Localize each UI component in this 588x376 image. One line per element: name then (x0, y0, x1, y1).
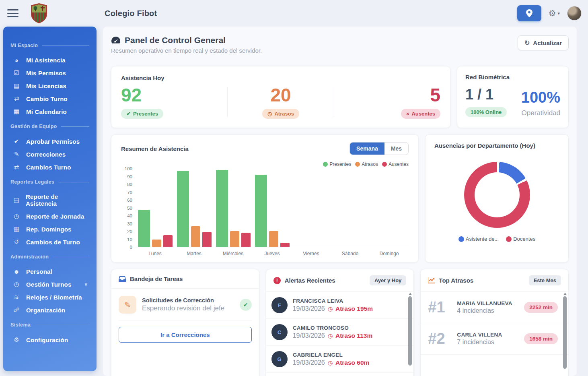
sitemap-icon: ☍ (12, 306, 21, 314)
check-circle-icon: ✔ (240, 299, 252, 311)
y-tick-label: 100 (125, 166, 132, 171)
sidebar-item-cambio-turno[interactable]: ⇄ Cambio Turno (10, 92, 89, 105)
delay-rank-item[interactable]: #2 CARLA VILLENA 7 incidencias 1658 min (421, 323, 568, 355)
file-report-icon: ▤ (12, 196, 21, 204)
scrollbar-thumb[interactable] (563, 296, 567, 369)
page-title: Panel de Control General (125, 35, 226, 45)
alert-list-item[interactable]: C CAMILO TRONCOSO 19/03/2026 ◷ Atraso 11… (266, 319, 414, 346)
absences-by-department-card: Ausencias por Departamento (Hoy) Asisten… (425, 134, 569, 262)
edit-square-icon: ✎ (12, 151, 21, 158)
sidebar-item-label: Correcciones (26, 151, 66, 158)
attendance-summary-chart-card: Resumen de Asistencia SemanaMes Presente… (111, 134, 419, 262)
avatar: G (271, 351, 288, 367)
attendance-today-card: Asistencia Hoy 92 ✔Presentes 20 ◷Atrasos… (111, 66, 450, 128)
rank-person-name: MARIA VILLANUEVA (457, 300, 518, 306)
user-avatar[interactable] (567, 6, 582, 21)
bar-ausentes-jueves (280, 243, 290, 247)
delay-minutes-badge: 2252 min (524, 302, 558, 313)
devices-online-ratio: 1 / 1 (465, 86, 507, 103)
settings-menu[interactable]: ⚙ ▾ (549, 8, 560, 18)
sidebar-section-label: Gestión de Equipo (10, 124, 57, 129)
x-tick-label: Domingo (370, 251, 409, 256)
legend-item: Presentes (323, 161, 351, 167)
sidebar-item-gesti-n-turnos[interactable]: ◷ Gestión Turnos ∨ (10, 278, 89, 291)
sidebar-section: Reportes Legales ▤ Reporte de Asistencia… (10, 179, 89, 248)
bar-group-viernes (292, 169, 331, 247)
map-pin-icon (526, 9, 532, 17)
sidebar-item-label: Mis Permisos (26, 70, 66, 76)
top-delays-scrollbar[interactable] (563, 292, 567, 376)
bar-ausentes-miércoles (241, 233, 251, 247)
attendance-metric: 5 ×Ausentes (334, 85, 440, 119)
sidebar-item-relojes-biometr-a[interactable]: ≋ Relojes / Biometría (10, 291, 89, 304)
sidebar-section-heading: Reportes Legales (10, 179, 89, 185)
operativity-label: Operatividad (522, 109, 560, 117)
y-tick-label: 40 (127, 213, 132, 218)
sidebar-item-mi-calendario[interactable]: ▦ Mi Calendario (10, 105, 89, 118)
attendance-metric: 20 ◷Atrasos (228, 85, 334, 119)
sidebar-item-label: Aprobar Permisos (26, 138, 80, 145)
y-tick-label: 50 (127, 206, 132, 211)
sidebar-item-reporte-de-jornada[interactable]: ◷ Reporte de Jornada (10, 210, 89, 223)
sidebar-item-cambios-de-turno[interactable]: ↺ Cambios de Turno (10, 236, 89, 248)
donut-legend: Asistente de...Docentes (458, 236, 535, 242)
sidebar-item-configuraci-n[interactable]: ⚙ Configuración (10, 333, 89, 346)
scrollbar-thumb[interactable] (408, 296, 412, 366)
sidebar-item-correcciones[interactable]: ✎ Correcciones (10, 148, 89, 161)
edit-square-icon: ✎ (119, 296, 136, 314)
sidebar-item-mis-licencias[interactable]: ▤ Mis Licencias (10, 79, 89, 92)
clock-icon: ◷ (12, 213, 21, 220)
donut-legend-item: Asistente de... (458, 236, 499, 242)
scroll-up-icon[interactable] (409, 293, 412, 295)
calendar-check-icon: ☑ (12, 69, 21, 76)
x-tick-label: Sábado (331, 251, 370, 256)
rank-incidents: 7 incidencias (457, 339, 518, 346)
alerts-scrollbar[interactable] (408, 292, 412, 376)
sidebar-item-label: Organización (26, 307, 65, 314)
sidebar-section-heading: Mi Espacio (10, 43, 89, 48)
sidebar-item-organizaci-n[interactable]: ☍ Organización (10, 304, 89, 316)
sidebar-item-label: Mi Calendario (26, 108, 67, 115)
y-tick-label: 30 (127, 221, 132, 226)
delay-rank-item[interactable]: #1 MARIA VILLANUEVA 4 incidencias 2252 m… (421, 292, 568, 323)
x-tick-label: Martes (175, 251, 214, 256)
alert-list-item[interactable]: F FRANCISCA LEIVA 19/03/2026 ◷ Atraso 19… (266, 292, 414, 319)
alert-person-name: GABRIELA ENGEL (293, 352, 370, 358)
sidebar-item-cambios-turno[interactable]: ⇄ Cambios Turno (10, 161, 89, 174)
sidebar-item-reporte-de-asistencia[interactable]: ▤ Reporte de Asistencia (10, 190, 89, 210)
toggle-mes[interactable]: Mes (384, 143, 408, 155)
sidebar-item-personal[interactable]: ☻ Personal (10, 265, 89, 278)
app-title: Colegio Fibot (105, 9, 157, 18)
chevron-down-icon: ∨ (84, 281, 88, 287)
chevron-down-icon: ▾ (557, 11, 560, 16)
go-to-corrections-button[interactable]: Ir a Correcciones (119, 327, 252, 343)
sidebar-item-aprobar-permisos[interactable]: ✔ Aprobar Permisos (10, 135, 89, 148)
task-item[interactable]: ✎ Solicitudes de Corrección Esperando re… (119, 296, 252, 314)
bar-atrasos-martes (191, 226, 200, 247)
sidebar-section: Gestión de Equipo ✔ Aprobar Permisos ✎ C… (10, 124, 89, 174)
bar-atrasos-lunes (152, 240, 161, 247)
topbar: Colegio Fibot ⚙ ▾ (0, 0, 588, 27)
bar-ausentes-lunes (163, 235, 173, 247)
bar-group-jueves (253, 169, 292, 247)
location-button[interactable] (517, 5, 541, 21)
sidebar-item-mi-asistencia[interactable]: ◕ Mi Asistencia (10, 54, 89, 66)
metric-value: 92 (121, 85, 142, 105)
toggle-semana[interactable]: Semana (350, 143, 384, 155)
x-tick-label: Miércoles (214, 251, 253, 256)
sidebar-item-mis-permisos[interactable]: ☑ Mis Permisos (10, 66, 89, 79)
donut-chart (464, 162, 530, 228)
bar-chart-title: Resumen de Asistencia (121, 145, 189, 152)
sidebar-item-rep-domingos[interactable]: ▦ Rep. Domingos (10, 223, 89, 236)
y-tick-label: 60 (127, 198, 132, 202)
menu-toggle-icon[interactable] (7, 9, 19, 17)
refresh-button[interactable]: ↻ Actualizar (518, 35, 569, 50)
sidebar-section-heading: Gestión de Equipo (10, 124, 89, 129)
alert-list-item[interactable]: G GABRIELA ENGEL 19/03/2026 ◷ Atraso 60m (266, 346, 414, 373)
scroll-up-icon[interactable] (563, 293, 567, 295)
bar-group-miércoles (214, 169, 253, 247)
legend-dot (506, 236, 512, 242)
clock-icon: ◷ (328, 359, 333, 366)
exchange-icon: ⇄ (12, 95, 21, 102)
y-tick-label: 70 (127, 190, 132, 195)
